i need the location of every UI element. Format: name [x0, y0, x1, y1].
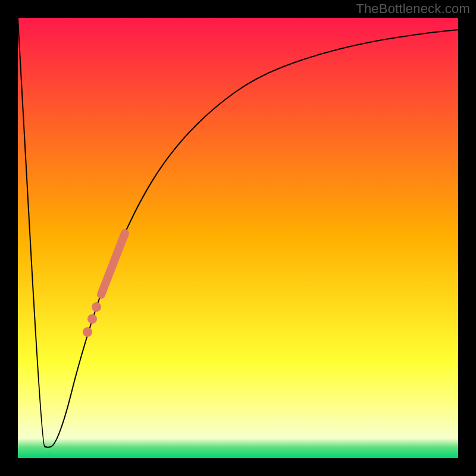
- marker-dot: [83, 327, 92, 337]
- marker-dot: [92, 302, 101, 312]
- marker-dot: [87, 314, 97, 324]
- chart-container: TheBottleneck.com: [0, 0, 476, 476]
- plot-background: [18, 18, 458, 458]
- bottleneck-chart: [0, 0, 476, 476]
- attribution-label: TheBottleneck.com: [356, 1, 470, 17]
